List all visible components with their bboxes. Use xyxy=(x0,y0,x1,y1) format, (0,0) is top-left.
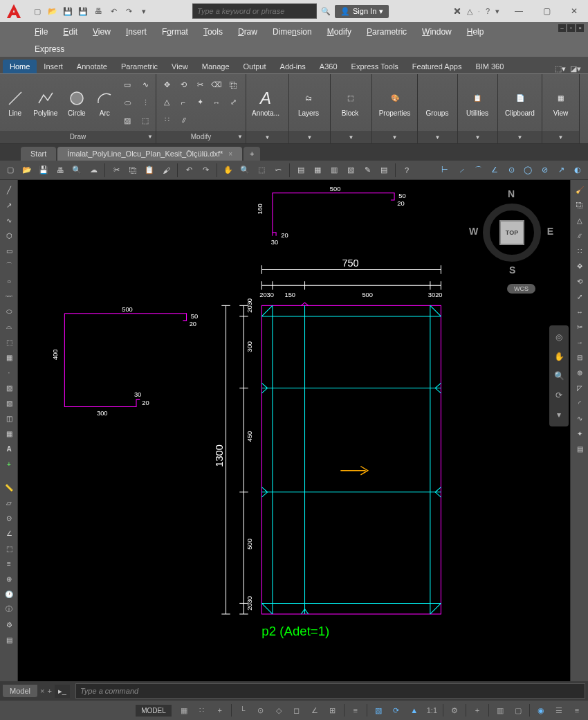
tab-express[interactable]: Express Tools xyxy=(344,60,405,73)
st-ann-icon[interactable]: ▲ xyxy=(406,703,423,718)
tb-pan-icon[interactable]: ✋ xyxy=(221,163,236,178)
menu-dimension[interactable]: Dimension xyxy=(273,27,312,37)
vr-move-icon[interactable]: ✥ xyxy=(572,259,587,273)
viewcube-w[interactable]: W xyxy=(469,226,478,237)
vr-join-icon[interactable]: ⊕ xyxy=(572,366,587,379)
app-logo-icon[interactable] xyxy=(0,0,28,22)
vl-arc-icon[interactable]: ⌒ xyxy=(1,259,17,273)
tb-preview-icon[interactable]: 🔍 xyxy=(69,163,84,178)
minimize-button[interactable]: — xyxy=(505,0,533,22)
st-grid-icon[interactable]: ▦ xyxy=(176,703,192,718)
menu-express[interactable]: Express xyxy=(35,44,64,54)
menu-view[interactable]: View xyxy=(93,27,111,37)
vl-rect-icon[interactable]: ▭ xyxy=(1,244,17,258)
tb-zoomwin-icon[interactable]: ⬚ xyxy=(254,163,269,178)
st-osnap-icon[interactable]: ◻ xyxy=(288,703,305,718)
st-cycle-icon[interactable]: ⟳ xyxy=(388,703,405,718)
vl-status-icon[interactable]: ⓘ xyxy=(1,602,17,616)
move-icon[interactable]: ✥ xyxy=(159,78,174,93)
vl-vol-icon[interactable]: ⬚ xyxy=(1,541,17,555)
st-scale-label[interactable]: 1:1 xyxy=(424,703,440,718)
menu-window[interactable]: Window xyxy=(422,27,452,37)
st-custom-icon[interactable]: ≡ xyxy=(569,703,585,718)
tb-props-icon[interactable]: ▤ xyxy=(293,163,309,178)
vl-grad-icon[interactable]: ▧ xyxy=(1,396,17,410)
array-icon[interactable]: ∷ xyxy=(159,112,174,127)
st-ortho-icon[interactable]: └ xyxy=(235,703,251,718)
st-clean-icon[interactable]: ▢ xyxy=(510,703,526,718)
tb-dim8-icon[interactable]: ↗ xyxy=(553,163,569,178)
vr-extend-icon[interactable]: → xyxy=(572,335,587,349)
arc-button[interactable]: Arc xyxy=(93,78,117,127)
st-plus-icon[interactable]: + xyxy=(469,703,486,718)
vr-trim-icon[interactable]: ✂ xyxy=(572,320,587,334)
tab-parametric[interactable]: Parametric xyxy=(114,60,165,73)
trim-icon[interactable]: ✂ xyxy=(192,78,208,93)
maximize-button[interactable]: ▢ xyxy=(533,0,560,22)
tab-output[interactable]: Output xyxy=(237,60,273,73)
properties-button[interactable]: 🎨Properties xyxy=(375,78,414,127)
layers-button[interactable]: 🗂Layers xyxy=(292,78,325,127)
vr-copy-icon[interactable]: ⿻ xyxy=(572,198,587,212)
viewcube[interactable]: TOP N S W E xyxy=(466,187,556,277)
stretch-icon[interactable]: ↔ xyxy=(209,95,224,110)
copy-icon[interactable]: ⿻ xyxy=(226,78,241,93)
vl-point-icon[interactable]: · xyxy=(1,366,17,379)
tab-bim360[interactable]: BIM 360 xyxy=(468,60,511,73)
redo-icon[interactable]: ↷ xyxy=(122,4,136,18)
tb-redo2-icon[interactable]: ↷ xyxy=(198,163,213,178)
st-lweight-icon[interactable]: ≡ xyxy=(347,703,364,718)
viewcube-e[interactable]: E xyxy=(547,226,553,237)
st-trans-icon[interactable]: ▧ xyxy=(370,703,387,718)
vl-list-icon[interactable]: ≡ xyxy=(1,557,17,570)
menu-parametric[interactable]: Parametric xyxy=(367,27,407,37)
info-icon[interactable]: 🔍 xyxy=(321,7,331,16)
menu-format[interactable]: Format xyxy=(162,27,188,37)
tb-ssm-icon[interactable]: ▧ xyxy=(343,163,358,178)
nav-wheel-icon[interactable]: ◎ xyxy=(551,330,567,345)
st-otrack-icon[interactable]: ⊞ xyxy=(324,703,341,718)
utilities-button[interactable]: 📋Utilities xyxy=(461,78,494,127)
vl-line-icon[interactable]: ╱ xyxy=(1,183,17,197)
st-polar-icon[interactable]: ⊙ xyxy=(252,703,269,718)
tab-featured[interactable]: Featured Apps xyxy=(405,60,469,73)
annotation-button[interactable]: AAnnota... xyxy=(249,78,282,127)
tab-a360[interactable]: A360 xyxy=(313,60,344,73)
vr-array-icon[interactable]: ∷ xyxy=(572,244,587,258)
vr-rotate-icon[interactable]: ⟲ xyxy=(572,274,587,288)
view-button[interactable]: ▦View xyxy=(545,78,576,127)
close-button[interactable]: ✕ xyxy=(560,0,588,22)
vr-blend-icon[interactable]: ∿ xyxy=(572,411,587,425)
menu-draw[interactable]: Draw xyxy=(238,27,257,37)
wcs-badge[interactable]: WCS xyxy=(507,284,535,294)
tb-match-icon[interactable]: 🖌 xyxy=(158,163,174,178)
groups-button[interactable]: Groups xyxy=(421,78,454,127)
tab-file[interactable]: İmalat_PolyLine_Olcu_Plan_Kesit_Ölçülü.d… xyxy=(57,147,242,161)
st-ui-icon[interactable]: ▥ xyxy=(492,703,508,718)
mirror-icon[interactable]: △ xyxy=(159,95,174,110)
nav-orbit-icon[interactable]: ⟳ xyxy=(551,388,567,403)
doc-min-icon[interactable]: – xyxy=(558,24,566,32)
vr-stretch-icon[interactable]: ↔ xyxy=(572,305,587,318)
tb-open-icon[interactable]: 📂 xyxy=(19,163,35,178)
vl-xline-icon[interactable]: ↗ xyxy=(1,198,17,212)
vr-scale-icon[interactable]: ⤢ xyxy=(572,289,587,303)
vl-hatch-icon[interactable]: ▨ xyxy=(1,381,17,395)
tab-home[interactable]: Home xyxy=(3,60,37,73)
viewcube-n[interactable]: N xyxy=(508,188,515,199)
print-icon[interactable]: 🖶 xyxy=(91,4,105,18)
appstore-icon[interactable]: △ xyxy=(467,7,472,16)
st-gear-icon[interactable]: ⚙ xyxy=(446,703,463,718)
clipboard-button[interactable]: 📄Clipboard xyxy=(501,78,539,127)
vl-poly-icon[interactable]: ⬡ xyxy=(1,228,17,242)
vl-spline-icon[interactable]: 〰 xyxy=(1,289,17,303)
vr-fillet-icon[interactable]: ◜ xyxy=(572,396,587,410)
tab-annotate[interactable]: Annotate xyxy=(70,60,114,73)
tb-paste-icon[interactable]: 📋 xyxy=(142,163,157,178)
st-snap-icon[interactable]: ∷ xyxy=(194,703,210,718)
vl-circ-icon[interactable]: ○ xyxy=(1,274,17,288)
vr-offset-icon[interactable]: ⫽ xyxy=(572,228,587,242)
tab-close-icon[interactable]: × xyxy=(228,150,232,158)
tb-dim1-icon[interactable]: ⊢ xyxy=(437,163,452,178)
ribbon-more-icon[interactable]: ◪▾ xyxy=(570,64,581,73)
